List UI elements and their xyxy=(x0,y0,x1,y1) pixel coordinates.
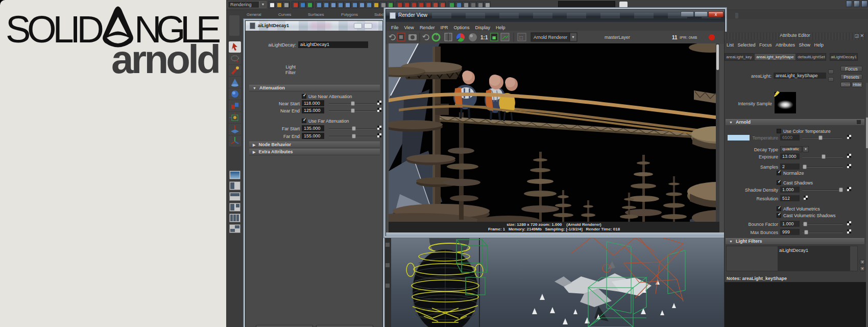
svg-text:▦: ▦ xyxy=(492,35,496,40)
svg-text:▼: ▼ xyxy=(571,35,575,39)
svg-text:1:1: 1:1 xyxy=(480,35,488,40)
svg-text:SOLID: SOLID xyxy=(6,8,104,51)
svg-text:IPR: 0MB: IPR: 0MB xyxy=(680,35,697,40)
svg-text:arnold: arnold xyxy=(111,37,220,82)
svg-text:Arnold Renderer: Arnold Renderer xyxy=(534,35,567,40)
svg-text:⬚: ⬚ xyxy=(519,35,523,40)
svg-text:masterLayer: masterLayer xyxy=(605,35,630,40)
svg-text:11: 11 xyxy=(672,35,678,40)
